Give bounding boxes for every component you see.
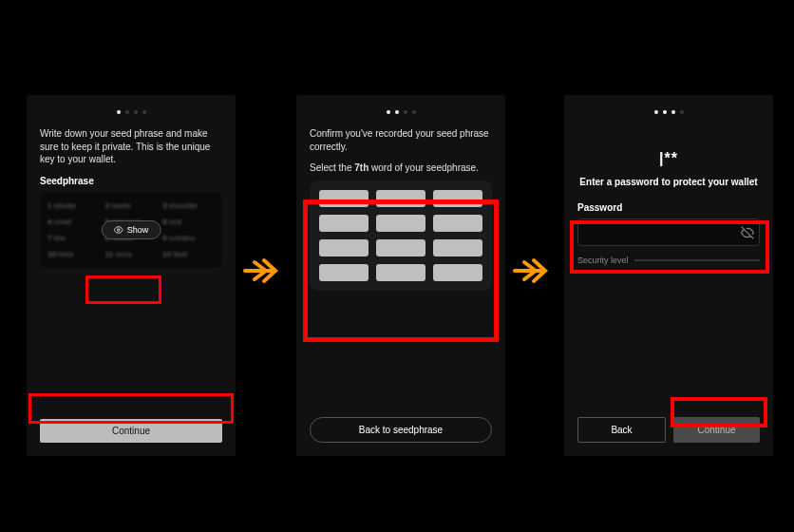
- back-to-seedphrase-button[interactable]: Back to seedphrase: [310, 417, 492, 443]
- show-label: Show: [127, 225, 149, 235]
- svg-point-0: [117, 228, 120, 231]
- seed-word: 7 few: [47, 234, 100, 242]
- highlight-box: [570, 220, 769, 274]
- seed-word: 1 situate: [47, 201, 100, 210]
- highlight-box: [671, 397, 767, 428]
- highlight-box: [303, 200, 499, 342]
- step-dot: [680, 110, 684, 114]
- show-seedphrase-button[interactable]: Show: [102, 220, 161, 239]
- step-indicator: [577, 110, 760, 114]
- step-dot: [134, 110, 138, 114]
- step-dot: [671, 110, 675, 114]
- step-dot: [117, 110, 121, 114]
- confirm-description: Confirm you've recorded your seed phrase…: [310, 127, 492, 153]
- step-dot: [125, 110, 129, 114]
- seedphrase-description: Write down your seed phrase and make sur…: [40, 127, 222, 166]
- seed-word: 10 brick: [47, 250, 100, 258]
- seed-word: 2 castle: [105, 201, 158, 210]
- seed-word: 4 small: [47, 218, 100, 226]
- step-dot: [142, 110, 146, 114]
- eye-icon: [114, 225, 123, 235]
- step-dot: [395, 110, 399, 114]
- arrow-icon: [243, 256, 285, 285]
- step-indicator: [310, 110, 492, 114]
- step-dot: [654, 110, 658, 114]
- seedphrase-label: Seedphrase: [40, 176, 222, 186]
- seed-word: 3 shoulder: [162, 201, 215, 210]
- step-indicator: [40, 110, 222, 114]
- step-dot: [663, 110, 667, 114]
- step-dot: [387, 110, 390, 114]
- select-word-instruction: Select the 7th word of your seedphrase.: [310, 162, 492, 173]
- seedphrase-grid: 1 situate 2 castle 3 shoulder 4 small 5 …: [40, 192, 222, 268]
- highlight-box: [28, 393, 234, 424]
- seed-word: 9 volcano: [162, 234, 215, 242]
- password-label: Password: [577, 202, 760, 213]
- seed-word: 12 fault: [162, 250, 215, 258]
- password-title: Enter a password to protect your wallet: [577, 177, 760, 187]
- arrow-icon: [513, 256, 555, 285]
- seed-word: 11 story: [105, 250, 158, 258]
- highlight-box: [85, 276, 161, 304]
- back-button[interactable]: Back: [577, 417, 666, 443]
- step-dot: [412, 110, 416, 114]
- seed-word: 6 sick: [162, 218, 215, 226]
- password-display: |**: [577, 150, 760, 167]
- step-dot: [404, 110, 407, 114]
